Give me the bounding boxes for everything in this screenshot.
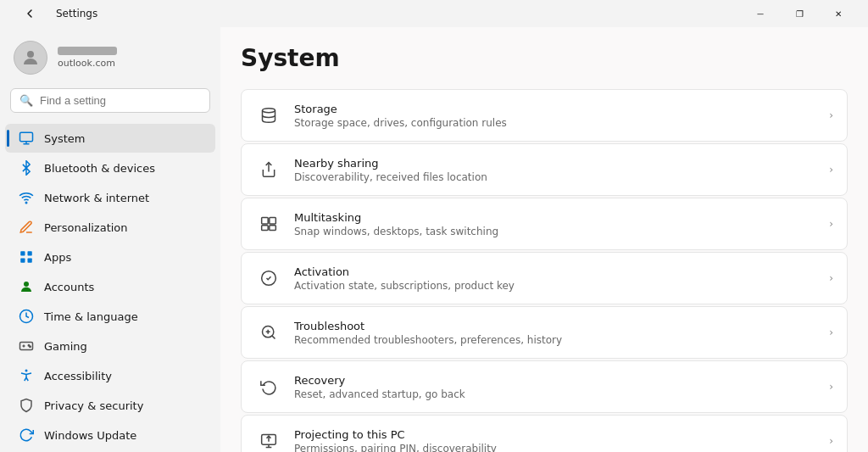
maximize-button[interactable]: ❐ (780, 0, 819, 27)
main-content: System Storage Storage space, drives, co… (220, 27, 868, 452)
setting-item-activation[interactable]: Activation Activation state, subscriptio… (241, 252, 848, 304)
svg-rect-1 (20, 132, 33, 142)
nearby-sharing-text: Nearby sharing Discoverability, received… (294, 157, 829, 183)
sidebar-label-gaming: Gaming (44, 340, 87, 353)
storage-name: Storage (294, 103, 829, 115)
activation-name: Activation (294, 265, 829, 278)
sidebar-label-personalization: Personalization (44, 221, 128, 234)
recovery-icon (255, 373, 282, 400)
svg-point-13 (263, 109, 275, 113)
sidebar-label-time: Time & language (44, 310, 138, 323)
sidebar-item-privacy[interactable]: Privacy & security (5, 391, 215, 420)
setting-item-recovery[interactable]: Recovery Reset, advanced startup, go bac… (241, 360, 848, 413)
svg-rect-18 (270, 226, 276, 231)
user-info: outlook.com (58, 47, 117, 69)
sidebar-label-accessibility: Accessibility (44, 370, 112, 382)
network-icon (19, 190, 34, 205)
svg-rect-16 (270, 218, 276, 225)
svg-rect-5 (20, 259, 25, 263)
avatar (14, 41, 47, 75)
svg-point-2 (25, 202, 27, 204)
svg-line-21 (272, 336, 275, 339)
activation-desc: Activation state, subscriptions, product… (294, 280, 829, 292)
projecting-icon (255, 427, 282, 452)
svg-rect-17 (262, 226, 269, 231)
sidebar-item-personalization[interactable]: Personalization (5, 213, 215, 242)
privacy-icon (19, 398, 34, 413)
sidebar-item-network[interactable]: Network & internet (5, 183, 215, 212)
accounts-icon (19, 279, 34, 294)
projecting-chevron: › (829, 435, 833, 447)
update-icon (19, 427, 34, 443)
projecting-text: Projecting to this PC Permissions, pairi… (294, 428, 829, 453)
settings-list: Storage Storage space, drives, configura… (241, 89, 848, 452)
activation-chevron: › (829, 272, 833, 284)
recovery-name: Recovery (294, 374, 829, 387)
nearby-sharing-name: Nearby sharing (294, 157, 829, 170)
sidebar-label-bluetooth: Bluetooth & devices (44, 162, 155, 175)
bluetooth-icon (19, 160, 34, 176)
search-input[interactable] (40, 94, 201, 107)
storage-chevron: › (829, 109, 833, 121)
troubleshoot-icon (255, 319, 282, 346)
svg-rect-3 (20, 251, 25, 255)
storage-text: Storage Storage space, drives, configura… (294, 103, 829, 129)
sidebar-item-accounts[interactable]: Accounts (5, 272, 215, 301)
sidebar-item-accessibility[interactable]: Accessibility (5, 361, 215, 390)
gaming-icon (19, 338, 34, 354)
sidebar-item-gaming[interactable]: Gaming (5, 332, 215, 360)
user-name-blur (58, 47, 117, 55)
window-title: Settings (56, 8, 97, 20)
setting-item-storage[interactable]: Storage Storage space, drives, configura… (241, 89, 848, 142)
apps-icon (19, 249, 34, 265)
titlebar-left: Settings (10, 0, 97, 27)
multitasking-chevron: › (829, 218, 833, 230)
storage-desc: Storage space, drives, configuration rul… (294, 117, 829, 129)
svg-point-11 (30, 346, 31, 348)
troubleshoot-desc: Recommended troubleshooters, preferences… (294, 334, 829, 346)
nearby-sharing-chevron: › (829, 164, 833, 176)
sidebar-label-network: Network & internet (44, 192, 149, 204)
projecting-desc: Permissions, pairing PIN, discoverabilit… (294, 443, 829, 453)
activation-text: Activation Activation state, subscriptio… (294, 265, 829, 292)
multitasking-text: Multitasking Snap windows, desktops, tas… (294, 211, 829, 237)
setting-item-multitasking[interactable]: Multitasking Snap windows, desktops, tas… (241, 198, 848, 250)
sidebar-item-bluetooth[interactable]: Bluetooth & devices (5, 153, 215, 182)
nearby-sharing-desc: Discoverability, received files location (294, 171, 829, 183)
svg-rect-4 (28, 251, 32, 255)
user-section: outlook.com (0, 34, 220, 88)
activation-icon (255, 265, 282, 292)
recovery-text: Recovery Reset, advanced startup, go bac… (294, 374, 829, 400)
sidebar-item-update[interactable]: Windows Update (5, 421, 215, 449)
close-button[interactable]: ✕ (819, 0, 858, 27)
back-button[interactable] (10, 0, 49, 27)
setting-item-nearby-sharing[interactable]: Nearby sharing Discoverability, received… (241, 143, 848, 196)
troubleshoot-chevron: › (829, 326, 833, 338)
sidebar-item-system[interactable]: System (5, 124, 215, 153)
minimize-button[interactable]: ─ (741, 0, 780, 27)
svg-point-12 (25, 370, 28, 372)
sidebar-label-update: Windows Update (44, 429, 136, 442)
user-email: outlook.com (58, 58, 117, 69)
projecting-name: Projecting to this PC (294, 428, 829, 441)
sidebar-label-privacy: Privacy & security (44, 399, 143, 412)
sidebar-label-apps: Apps (44, 251, 71, 264)
titlebar: Settings ─ ❐ ✕ (0, 0, 868, 27)
troubleshoot-text: Troubleshoot Recommended troubleshooters… (294, 320, 829, 346)
storage-icon (255, 102, 282, 129)
setting-item-troubleshoot[interactable]: Troubleshoot Recommended troubleshooters… (241, 306, 848, 359)
page-title: System (241, 44, 848, 72)
sidebar-label-system: System (44, 132, 85, 145)
sidebar: outlook.com 🔍 System (0, 27, 220, 452)
search-box[interactable]: 🔍 (10, 88, 210, 113)
svg-rect-6 (28, 259, 32, 263)
sidebar-item-time[interactable]: Time & language (5, 302, 215, 331)
personalization-icon (19, 220, 34, 235)
sidebar-label-accounts: Accounts (44, 281, 94, 293)
recovery-chevron: › (829, 381, 833, 393)
sidebar-item-apps[interactable]: Apps (5, 243, 215, 271)
svg-rect-15 (262, 218, 269, 225)
setting-item-projecting[interactable]: Projecting to this PC Permissions, pairi… (241, 415, 848, 452)
accessibility-icon (19, 368, 34, 383)
multitasking-icon (255, 210, 282, 237)
